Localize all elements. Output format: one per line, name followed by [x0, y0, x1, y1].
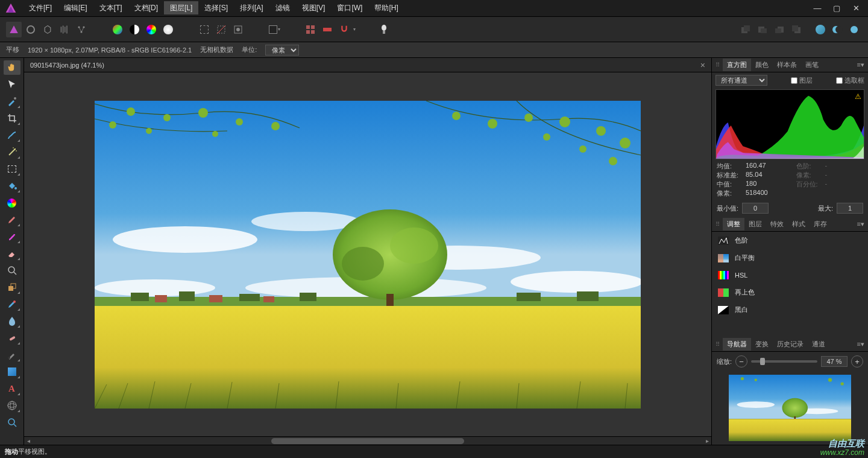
shape-tool[interactable] [4, 364, 20, 379]
minimize-button[interactable]: — [808, 4, 827, 13]
grid-rule-icon[interactable] [303, 22, 318, 37]
tab-变换[interactable]: 变换 [751, 338, 773, 351]
crop-overlay-icon[interactable]: ▾ [266, 22, 282, 37]
snap-icon[interactable] [336, 22, 352, 37]
view-tool[interactable] [4, 415, 20, 430]
flood-fill-tool[interactable] [4, 179, 20, 193]
zoom-input[interactable] [821, 356, 848, 367]
blur-tool[interactable] [4, 314, 20, 328]
tab-样本条[interactable]: 样本条 [773, 59, 801, 71]
intersect-shape-icon[interactable] [846, 22, 862, 37]
autowb-icon[interactable] [160, 22, 176, 37]
zoom-in-button[interactable]: + [851, 355, 863, 367]
tab-图层[interactable]: 图层 [744, 218, 766, 231]
quickmask-icon[interactable] [230, 22, 246, 37]
max-input[interactable] [837, 203, 863, 214]
menu-9[interactable]: 窗口[W] [331, 1, 368, 14]
persona-photo-icon[interactable] [6, 22, 22, 37]
move-tool[interactable] [4, 77, 20, 92]
layer-checkbox[interactable]: 图层 [791, 76, 813, 85]
menu-6[interactable]: 排列[A] [234, 1, 269, 14]
panel-menu-icon[interactable]: ≡▾ [857, 220, 864, 228]
text-tool[interactable]: A [4, 381, 20, 396]
close-button[interactable]: ✕ [846, 4, 866, 13]
tab-样式[interactable]: 样式 [788, 218, 810, 231]
menu-5[interactable]: 选择[S] [198, 1, 234, 14]
adjustment-白平衡[interactable]: 白平衡 [712, 249, 868, 267]
panel-menu-icon[interactable]: ≡▾ [857, 61, 864, 69]
autolevels-icon[interactable] [143, 22, 159, 37]
svg-rect-37 [9, 336, 16, 341]
maximize-button[interactable]: ▢ [827, 4, 846, 13]
grid-alt-icon[interactable] [319, 22, 335, 37]
crop-tool[interactable] [4, 111, 20, 126]
add-shape-icon[interactable] [813, 22, 828, 37]
close-tab-button[interactable]: × [700, 60, 705, 70]
tab-历史记录[interactable]: 历史记录 [773, 338, 808, 351]
channel-select[interactable]: 所有通道 [715, 75, 767, 86]
marquee-checkbox[interactable]: 选取框 [836, 76, 864, 85]
zoom-out-button[interactable]: − [735, 355, 747, 367]
adjustment-再上色[interactable]: 再上色 [712, 284, 868, 301]
unit-select[interactable]: 像素 [265, 45, 299, 56]
color-picker-tool[interactable] [4, 94, 20, 109]
gradient-tool[interactable] [4, 196, 20, 210]
arrange-front-icon[interactable] [788, 22, 804, 37]
persona-develop-icon[interactable] [40, 22, 55, 37]
mixer-brush-tool[interactable] [4, 229, 20, 244]
mesh-tool[interactable] [4, 398, 20, 413]
arrange-back-icon[interactable] [738, 22, 753, 37]
menu-10[interactable]: 帮助[H] [368, 1, 404, 14]
menu-4[interactable]: 图层[L] [164, 1, 198, 14]
menu-1[interactable]: 编辑[E] [58, 1, 93, 14]
document-tab[interactable]: 09015473jon.jpg (47.1%) [30, 62, 104, 69]
persona-liquify-icon[interactable] [23, 22, 39, 37]
tab-画笔[interactable]: 画笔 [801, 59, 823, 71]
persona-export-icon[interactable] [74, 22, 89, 37]
persona-tone-icon[interactable] [57, 22, 72, 37]
smudge-tool[interactable] [4, 331, 20, 345]
autocontrast-icon[interactable] [127, 22, 142, 37]
magic-wand-tool[interactable] [4, 145, 20, 159]
viewport[interactable] [24, 72, 711, 436]
dodge-tool[interactable] [4, 348, 20, 362]
clone-tool[interactable] [4, 280, 20, 294]
menu-3[interactable]: 文档[D] [128, 1, 164, 14]
adjustment-HSL[interactable]: HSL [712, 267, 868, 284]
selection-show-icon[interactable] [197, 22, 212, 37]
arrange-backward-icon[interactable] [755, 22, 770, 37]
zoom-slider[interactable] [751, 360, 817, 363]
svg-point-50 [95, 279, 215, 296]
tab-调整[interactable]: 调整 [723, 218, 744, 231]
menu-2[interactable]: 文本[T] [93, 1, 128, 14]
panel-menu-icon[interactable]: ≡▾ [857, 340, 864, 348]
pan-tool[interactable] [4, 60, 20, 75]
tab-直方图[interactable]: 直方图 [723, 59, 751, 71]
tab-导航器[interactable]: 导航器 [723, 338, 751, 351]
horizontal-scrollbar[interactable]: ◂ ▸ [24, 436, 711, 445]
erase-tool[interactable] [4, 246, 20, 261]
tab-颜色[interactable]: 颜色 [751, 59, 773, 71]
healing-tool[interactable] [4, 297, 20, 311]
tab-特效[interactable]: 特效 [766, 218, 788, 231]
tab-库存[interactable]: 库存 [810, 218, 831, 231]
tab-通道[interactable]: 通道 [808, 338, 829, 351]
menu-7[interactable]: 滤镜 [269, 1, 296, 14]
autocolor-icon[interactable] [110, 22, 125, 37]
selection-hide-icon[interactable] [213, 22, 229, 37]
menu-8[interactable]: 视图[V] [296, 1, 332, 14]
zoom-tool[interactable] [4, 263, 20, 278]
adjustment-色阶[interactable]: 色阶 [712, 232, 868, 249]
min-input[interactable] [742, 203, 769, 214]
assistant-icon[interactable] [376, 22, 392, 37]
adjustment-icon [718, 288, 729, 297]
navigator-preview[interactable] [729, 375, 851, 441]
menu-0[interactable]: 文件[F] [23, 1, 58, 14]
scrollbar-thumb[interactable] [271, 438, 464, 444]
paint-brush-tool[interactable] [4, 212, 20, 227]
adjustment-黑白[interactable]: 黑白 [712, 301, 868, 319]
selection-brush-tool[interactable] [4, 128, 20, 142]
subtract-shape-icon[interactable] [829, 22, 845, 37]
marquee-tool[interactable] [4, 162, 20, 176]
arrange-forward-icon[interactable] [772, 22, 787, 37]
